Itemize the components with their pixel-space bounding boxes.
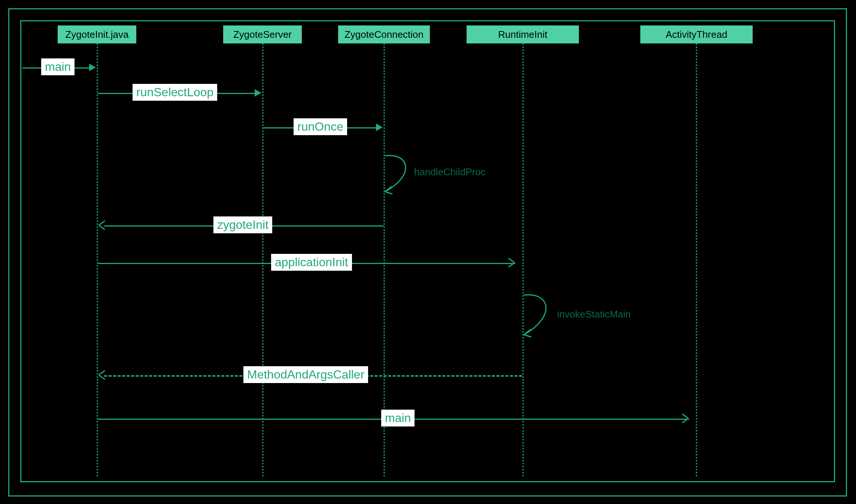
- participant-activitythread: ActivityThread: [640, 25, 753, 43]
- arrowhead: [255, 89, 261, 97]
- lifeline-zygoteserver: [262, 43, 264, 477]
- participant-zygoteserver: ZygoteServer: [223, 25, 302, 43]
- lifeline-zygoteinit: [97, 43, 98, 477]
- message-main-out: main: [381, 410, 415, 426]
- self-loop-invokestaticmain: [522, 292, 560, 341]
- message-methodandargscaller: MethodAndArgsCaller: [243, 366, 368, 383]
- message-main: main: [41, 58, 75, 75]
- participant-runtimeinit: RuntimeInit: [467, 25, 579, 43]
- arrowhead: [89, 64, 96, 71]
- participant-label: ZygoteInit.java: [65, 29, 128, 40]
- message-applicationinit: applicationInit: [271, 254, 352, 271]
- participant-label: ZygoteServer: [233, 29, 292, 40]
- participant-zygoteinit: ZygoteInit.java: [58, 25, 136, 43]
- message-handlechildproc: handleChildProc: [414, 166, 486, 178]
- participant-label: RuntimeInit: [498, 29, 547, 40]
- participant-label: ActivityThread: [666, 29, 728, 40]
- message-zygoteinit: zygoteInit: [213, 216, 272, 233]
- message-runselectloop: runSelectLoop: [133, 84, 217, 101]
- message-runonce: runOnce: [294, 118, 347, 135]
- arrowhead: [376, 124, 383, 131]
- participant-label: ZygoteConnection: [344, 29, 424, 40]
- lifeline-activitythread: [696, 43, 697, 477]
- participant-zygoteconnection: ZygoteConnection: [338, 25, 430, 43]
- lifeline-runtimeinit: [522, 43, 524, 477]
- message-invokestaticmain: invokeStaticMain: [557, 309, 631, 320]
